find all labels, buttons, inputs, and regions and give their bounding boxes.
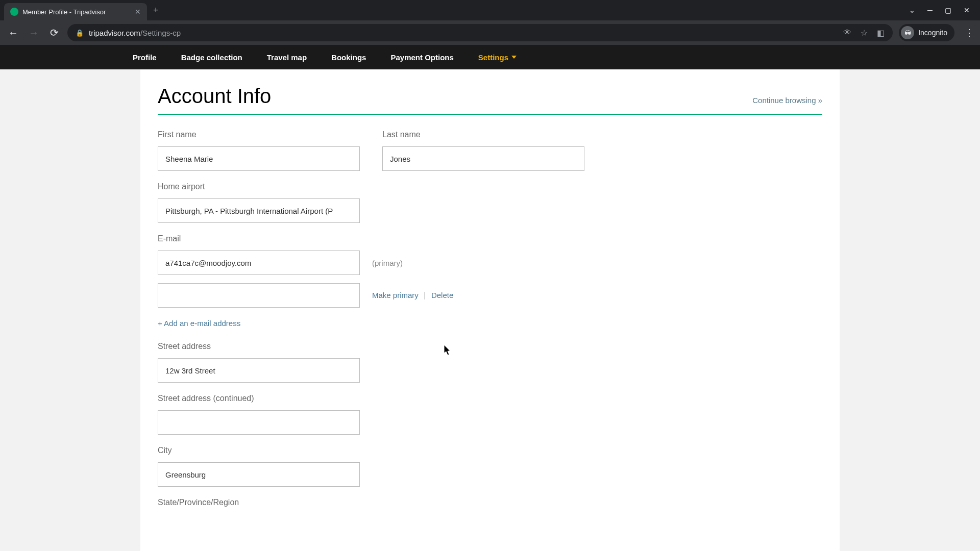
url-host: tripadvisor.com [89,29,140,37]
chevron-down-icon[interactable]: ⌄ [909,6,915,14]
url-path: /Settings-cp [140,29,181,37]
viewport[interactable]: Account Info Continue browsing » First n… [0,69,980,551]
street-address-input[interactable] [158,358,360,383]
nav-travel-map[interactable]: Travel map [267,53,307,62]
street-address-label: Street address [158,342,822,351]
email-label: E-mail [158,234,822,243]
tab-title: Member Profile - Tripadvisor [22,8,131,16]
home-airport-label: Home airport [158,182,822,191]
star-icon[interactable]: ☆ [861,28,868,38]
minimize-button[interactable]: ─ [927,6,933,14]
last-name-label: Last name [382,130,584,139]
state-label: State/Province/Region [158,498,822,507]
extension-icon[interactable]: ◧ [877,28,885,38]
page-header: Account Info Continue browsing » [158,85,822,115]
home-airport-input[interactable] [158,198,360,223]
link-divider: | [424,291,426,299]
page-title: Account Info [158,85,271,108]
window-controls: ⌄ ─ ▢ ✕ [909,6,976,14]
url-text: tripadvisor.com/Settings-cp [89,29,181,37]
nav-settings-label: Settings [478,53,508,62]
nav-badge-collection[interactable]: Badge collection [181,53,242,62]
email-primary-input[interactable] [158,251,360,275]
incognito-badge[interactable]: 🕶 Incognito [899,24,954,41]
email-secondary-input[interactable] [158,283,360,308]
new-tab-button[interactable]: + [153,5,159,16]
nav-profile[interactable]: Profile [133,53,157,62]
browser-tab[interactable]: Member Profile - Tripadvisor ✕ [4,3,147,20]
back-button[interactable]: ← [6,27,20,39]
browser-tab-bar: Member Profile - Tripadvisor ✕ + ⌄ ─ ▢ ✕ [0,0,980,20]
street-address-2-label: Street address (continued) [158,394,822,403]
reload-button[interactable]: ⟳ [47,27,61,39]
city-label: City [158,446,822,455]
delete-email-link[interactable]: Delete [431,291,453,299]
nav-payment-options[interactable]: Payment Options [390,53,453,62]
city-input[interactable] [158,462,360,487]
incognito-icon: 🕶 [901,26,914,39]
maximize-button[interactable]: ▢ [945,6,951,14]
nav-settings[interactable]: Settings [478,53,517,62]
address-bar-row: ← → ⟳ 🔒 tripadvisor.com/Settings-cp 👁 ☆ … [0,20,980,45]
continue-browsing-link[interactable]: Continue browsing » [752,96,822,105]
chevron-down-icon [511,56,517,59]
primary-indicator: (primary) [372,259,403,267]
close-tab-icon[interactable]: ✕ [135,8,141,16]
tab-favicon [10,8,18,16]
forward-button[interactable]: → [27,27,41,39]
nav-bookings[interactable]: Bookings [331,53,366,62]
incognito-label: Incognito [918,29,947,37]
last-name-input[interactable] [382,146,584,171]
first-name-input[interactable] [158,146,360,171]
street-address-2-input[interactable] [158,410,360,435]
close-window-button[interactable]: ✕ [964,6,970,14]
make-primary-link[interactable]: Make primary [372,291,419,299]
address-bar[interactable]: 🔒 tripadvisor.com/Settings-cp 👁 ☆ ◧ [67,24,893,41]
content-card: Account Info Continue browsing » First n… [140,69,840,551]
first-name-label: First name [158,130,360,139]
browser-menu-button[interactable]: ⋮ [965,27,974,38]
site-nav: Profile Badge collection Travel map Book… [0,45,980,69]
eye-off-icon[interactable]: 👁 [843,28,851,37]
lock-icon: 🔒 [76,29,84,37]
add-email-link[interactable]: + Add an e-mail address [158,319,240,328]
